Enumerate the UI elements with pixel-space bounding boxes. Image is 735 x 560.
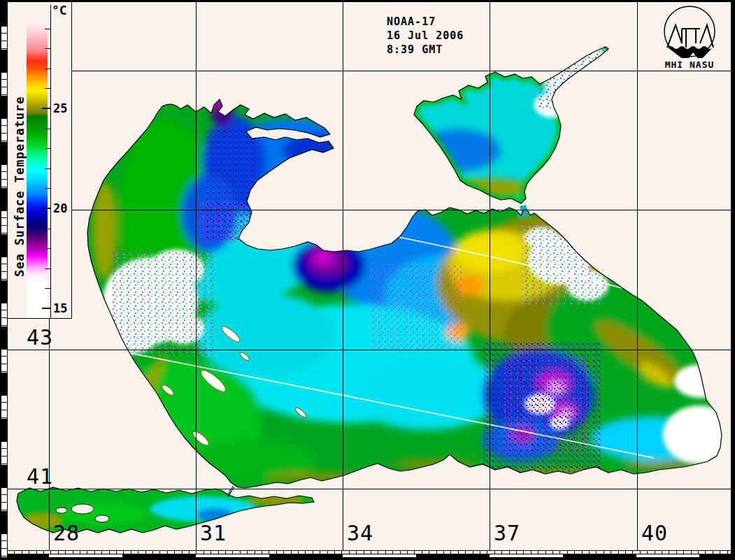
colorbar-tick-label-25: 25 (53, 102, 74, 115)
left-border-ruler (1, 2, 8, 557)
colorbar-tick-label-20: 20 (53, 202, 74, 215)
colorbar-gradient (27, 23, 48, 318)
colorbar-minor-tick-17 (45, 268, 50, 269)
acquisition-date: 16 Jul 2006 (387, 29, 464, 43)
meridian-line-40 (637, 2, 638, 550)
colorbar-panel: °C 252015 Sea Surface Temperature (7, 2, 72, 319)
sst-product-frame: 28313437404341 °C 252015 Sea Surface Tem… (0, 0, 735, 560)
colorbar-title: Sea Surface Temperature (13, 53, 27, 277)
black-sea-water-layer (65, 96, 731, 488)
acquisition-header: NOAA-17 16 Jul 2006 8:39 GMT (387, 15, 464, 57)
longitude-label-34: 34 (347, 523, 373, 544)
colorbar-major-tick-15 (42, 308, 50, 309)
colorbar-minor-tick-24 (45, 129, 50, 129)
mhi-nasu-logo: MHI NASU (657, 3, 722, 70)
colorbar-minor-tick-19 (45, 229, 50, 229)
longitude-label-40: 40 (641, 523, 668, 544)
colorbar-minor-tick-23 (45, 148, 50, 149)
colorbar-minor-tick-28 (45, 48, 50, 49)
frame-edge-left (0, 0, 1, 560)
longitude-label-37: 37 (494, 523, 520, 544)
colorbar-major-tick-20 (42, 208, 50, 209)
longitude-label-28: 28 (53, 523, 80, 544)
colorbar-minor-tick-22 (45, 168, 50, 169)
latitude-label-41: 41 (27, 466, 53, 487)
logo-caption: MHI NASU (657, 59, 722, 70)
colorbar-minor-tick-27 (45, 69, 50, 69)
black-sea-sst-map (7, 2, 731, 557)
meridian-line-34 (343, 2, 343, 550)
parallel-line (7, 71, 731, 71)
parallel-line (7, 210, 731, 210)
colorbar-tick-label-15: 15 (53, 302, 74, 315)
colorbar-unit-label: °C (52, 3, 67, 17)
colorbar-minor-tick-26 (45, 88, 50, 89)
colorbar-axis-line (50, 5, 51, 318)
parallel-line-43 (7, 350, 731, 350)
acquisition-time: 8:39 GMT (387, 43, 464, 57)
frame-edge-bottom (0, 557, 735, 560)
latitude-label-43: 43 (27, 327, 53, 348)
colorbar-minor-tick-16 (45, 288, 50, 289)
colorbar-minor-tick-21 (45, 188, 50, 189)
colorbar-minor-tick-29 (45, 29, 50, 29)
frame-edge-right (731, 0, 735, 560)
satellite-name: NOAA-17 (387, 15, 464, 29)
mhi-nasu-emblem (659, 3, 720, 58)
parallel-line-41 (7, 489, 731, 489)
meridian-line-31 (196, 2, 197, 550)
frame-edge-top (0, 0, 735, 2)
colorbar-minor-tick-18 (45, 248, 50, 249)
colorbar-major-tick-25 (42, 108, 50, 109)
meridian-line-37 (490, 2, 490, 550)
longitude-label-31: 31 (200, 523, 227, 544)
